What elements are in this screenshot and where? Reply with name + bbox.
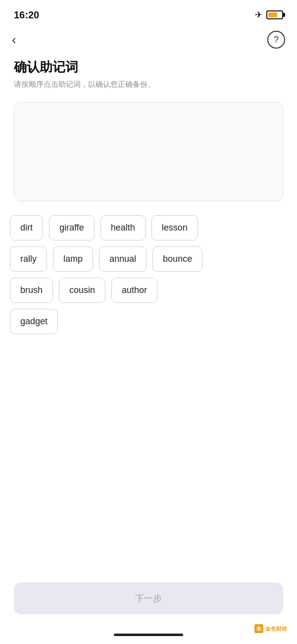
word-chip-brush[interactable]: brush — [10, 278, 53, 303]
word-chip-rally[interactable]: rally — [10, 246, 47, 272]
back-button[interactable]: ‹ — [12, 33, 16, 46]
bottom-section: 下一步 — [14, 583, 283, 614]
word-chip-dirt[interactable]: dirt — [10, 215, 43, 240]
word-chip-health[interactable]: health — [100, 215, 146, 240]
next-button[interactable]: 下一步 — [14, 583, 283, 614]
airplane-icon: ✈ — [255, 9, 262, 20]
page-header: 确认助记词 请按顺序点击助记词，以确认您正确备份。 — [0, 57, 297, 102]
word-chip-gadget[interactable]: gadget — [10, 309, 58, 334]
word-chip-lesson[interactable]: lesson — [151, 215, 198, 240]
battery-fill — [268, 12, 277, 17]
help-button[interactable]: ? — [267, 31, 285, 49]
word-grid: dirtgiraffehealthlessonrallylampannualbo… — [0, 215, 297, 334]
status-bar: 16:20 ✈ — [0, 0, 297, 27]
word-row: brushcousinauthor — [10, 278, 287, 303]
status-icons: ✈ — [255, 9, 283, 20]
word-row: gadget — [10, 309, 287, 334]
status-time: 16:20 — [14, 9, 39, 21]
battery-icon — [266, 10, 283, 19]
page-title: 确认助记词 — [14, 59, 283, 76]
word-chip-bounce[interactable]: bounce — [152, 246, 202, 272]
word-chip-cousin[interactable]: cousin — [59, 278, 105, 303]
word-chip-annual[interactable]: annual — [99, 246, 147, 272]
watermark: 金 金色财经 — [254, 624, 287, 633]
nav-bar: ‹ ? — [0, 27, 297, 57]
word-chip-lamp[interactable]: lamp — [53, 246, 93, 272]
word-chip-giraffe[interactable]: giraffe — [49, 215, 95, 240]
watermark-text: 金色财经 — [265, 625, 287, 633]
page-subtitle: 请按顺序点击助记词，以确认您正确备份。 — [14, 79, 283, 90]
selection-area — [14, 102, 283, 201]
word-chip-author[interactable]: author — [111, 278, 157, 303]
word-row: rallylampannualbounce — [10, 246, 287, 272]
home-indicator — [114, 634, 183, 636]
watermark-logo: 金 — [254, 624, 263, 633]
word-row: dirtgiraffehealthlesson — [10, 215, 287, 240]
